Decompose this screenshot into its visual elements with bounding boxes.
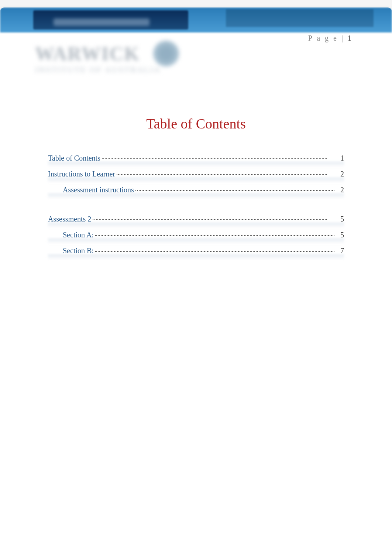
- toc-gap: [48, 202, 344, 215]
- toc-entry-label: Assessments 2: [48, 215, 91, 223]
- page-number: P a g e | 1: [308, 34, 351, 42]
- toc-entry-label: Section A:: [63, 231, 94, 239]
- page-title: Table of Contents: [0, 116, 392, 132]
- toc-entry[interactable]: Instructions to Learner2: [48, 170, 344, 181]
- toc-leader-dots: [95, 251, 334, 252]
- toc-entry[interactable]: Section B:7: [48, 247, 344, 257]
- toc-entry-page: 2: [337, 186, 344, 194]
- document-page: P a g e | 1 WARWICK INSTITUTE OF AUSTRAL…: [0, 7, 392, 556]
- toc-entry[interactable]: Table of Contents1: [48, 154, 344, 165]
- toc-leader-dots: [93, 219, 327, 220]
- toc-entry-page: 2: [329, 170, 344, 178]
- toc-entry-label: Section B:: [63, 247, 94, 255]
- toc-entry[interactable]: Assessments 25: [48, 215, 344, 226]
- header-banner-right-section: [226, 9, 374, 27]
- toc-entry-page: 7: [337, 247, 344, 255]
- table-of-contents: Table of Contents1Instructions to Learne…: [48, 154, 344, 257]
- toc-entry-page: 5: [329, 215, 344, 223]
- institution-logo: WARWICK INSTITUTE OF AUSTRALIA: [35, 44, 183, 85]
- toc-entry[interactable]: Assessment instructions2: [48, 186, 344, 196]
- toc-entry-label: Instructions to Learner: [48, 170, 115, 178]
- header-blurred-text: [54, 18, 149, 26]
- page-number-label: P a g e |: [308, 34, 344, 42]
- toc-leader-dots: [95, 235, 334, 236]
- logo-sub-text: INSTITUTE OF AUSTRALIA: [35, 65, 183, 75]
- toc-entry-label: Table of Contents: [48, 154, 100, 162]
- toc-entry-label: Assessment instructions: [63, 186, 134, 194]
- toc-entry-page: 5: [337, 231, 344, 239]
- toc-leader-dots: [102, 158, 327, 159]
- toc-leader-dots: [117, 174, 327, 175]
- page-number-value: 1: [348, 34, 351, 42]
- toc-entry-page: 1: [329, 154, 344, 162]
- toc-entry[interactable]: Section A:5: [48, 231, 344, 241]
- toc-leader-dots: [135, 190, 334, 191]
- header-banner: [0, 7, 392, 32]
- logo-icon: [153, 41, 179, 66]
